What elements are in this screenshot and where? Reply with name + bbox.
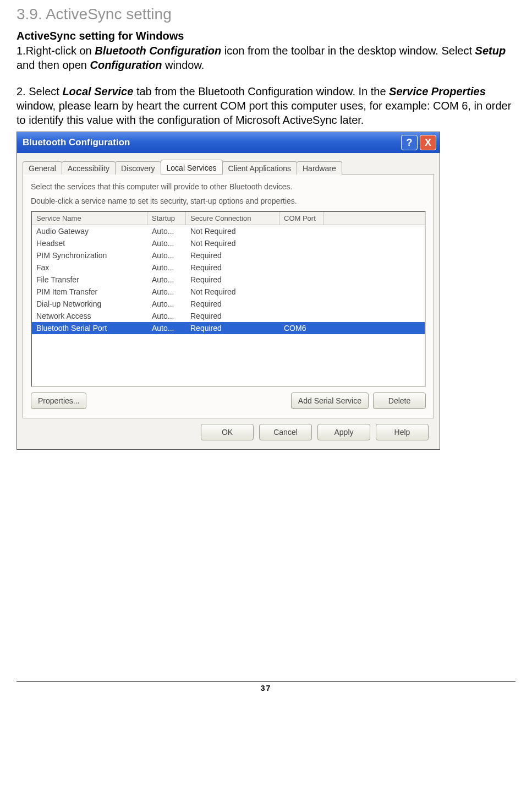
cell-name: PIM Synchronization <box>32 250 147 261</box>
column-secure-connection[interactable]: Secure Connection <box>186 212 279 225</box>
section-heading: 3.9. ActiveSync setting <box>17 6 515 23</box>
tab-panel-local-services: Select the services that this computer w… <box>23 174 434 418</box>
dialog-titlebar: Bluetooth Configuration ? X <box>17 132 440 153</box>
table-row[interactable]: PIM Item TransferAuto...Not Required <box>32 286 425 298</box>
cell-secure: Not Required <box>186 238 279 249</box>
cell-startup: Auto... <box>147 238 186 249</box>
table-row[interactable]: Dial-up NetworkingAuto...Required <box>32 298 425 310</box>
cell-com: COM6 <box>279 323 323 334</box>
step1-prefix: 1.Right-click on <box>17 45 95 57</box>
tab-general[interactable]: General <box>23 161 62 175</box>
cancel-button[interactable]: Cancel <box>259 424 312 440</box>
cell-startup: Auto... <box>147 323 186 334</box>
cell-name: Audio Gateway <box>32 226 147 237</box>
cell-startup: Auto... <box>147 298 186 309</box>
cell-com <box>279 310 323 321</box>
cell-name: Dial-up Networking <box>32 298 147 309</box>
table-row[interactable]: FaxAuto...Required <box>32 261 425 274</box>
cell-com <box>279 298 323 309</box>
ok-button[interactable]: OK <box>201 424 254 440</box>
cell-name: Bluetooth Serial Port <box>32 323 147 334</box>
term-service-properties: Service Properties <box>389 85 486 97</box>
cell-com <box>279 286 323 297</box>
tab-accessibility[interactable]: Accessibility <box>62 161 116 175</box>
cell-com <box>279 250 323 261</box>
services-listview[interactable]: Service Name Startup Secure Connection C… <box>31 211 426 387</box>
help-button[interactable]: Help <box>376 424 429 440</box>
cell-secure: Not Required <box>186 226 279 237</box>
cell-secure: Required <box>186 310 279 321</box>
cell-secure: Not Required <box>186 286 279 297</box>
step-1-text: 1.Right-click on Bluetooth Configuration… <box>17 43 515 72</box>
panel-button-row: Properties... Add Serial Service Delete <box>31 392 426 409</box>
step1-suffix: window. <box>162 59 205 71</box>
cell-secure: Required <box>186 262 279 273</box>
tab-hardware[interactable]: Hardware <box>297 161 342 175</box>
dialog-title: Bluetooth Configuration <box>20 137 401 148</box>
panel-description-2: Double-click a service name to set its s… <box>31 197 426 205</box>
term-setup: Setup <box>475 45 506 57</box>
cell-com <box>279 238 323 249</box>
step1-mid1: icon from the toolbar in the desktop win… <box>221 45 475 57</box>
column-com-port[interactable]: COM Port <box>279 212 323 225</box>
step2-suffix: window, please learn by heart the curren… <box>17 100 511 126</box>
column-startup[interactable]: Startup <box>147 212 186 225</box>
panel-description-1: Select the services that this computer w… <box>31 182 426 191</box>
column-service-name[interactable]: Service Name <box>32 212 147 225</box>
cell-startup: Auto... <box>147 226 186 237</box>
step-2-text: 2. Select Local Service tab from the Blu… <box>17 84 515 127</box>
step1-mid2: and then open <box>17 59 90 71</box>
subheading: ActiveSync setting for Windows <box>17 30 515 42</box>
table-row[interactable]: File TransferAuto...Required <box>32 274 425 286</box>
cell-startup: Auto... <box>147 310 186 321</box>
term-local-service: Local Service <box>62 85 133 97</box>
delete-button[interactable]: Delete <box>373 392 426 409</box>
listview-header: Service Name Startup Secure Connection C… <box>32 212 425 225</box>
cell-com <box>279 274 323 285</box>
tabstrip: General Accessibility Discovery Local Se… <box>23 159 434 174</box>
cell-name: Fax <box>32 262 147 273</box>
cell-secure: Required <box>186 323 279 334</box>
cell-name: PIM Item Transfer <box>32 286 147 297</box>
cell-com <box>279 226 323 237</box>
table-row[interactable]: Audio GatewayAuto...Not Required <box>32 225 425 237</box>
step2-mid1: tab from the Bluetooth Configuration win… <box>133 85 389 97</box>
cell-name: Network Access <box>32 310 147 321</box>
table-row[interactable]: HeadsetAuto...Not Required <box>32 237 425 249</box>
table-row[interactable]: Bluetooth Serial PortAuto...RequiredCOM6 <box>32 322 425 334</box>
dialog-body: General Accessibility Discovery Local Se… <box>17 153 440 449</box>
bluetooth-configuration-dialog: Bluetooth Configuration ? X General Acce… <box>17 132 440 450</box>
cell-secure: Required <box>186 298 279 309</box>
term-configuration: Configuration <box>90 59 162 71</box>
cell-secure: Required <box>186 250 279 261</box>
close-icon[interactable]: X <box>420 135 436 150</box>
cell-com <box>279 262 323 273</box>
cell-startup: Auto... <box>147 250 186 261</box>
cell-name: File Transfer <box>32 274 147 285</box>
table-row[interactable]: Network AccessAuto...Required <box>32 310 425 322</box>
dialog-footer: OK Cancel Apply Help <box>23 418 434 443</box>
cell-secure: Required <box>186 274 279 285</box>
properties-button[interactable]: Properties... <box>31 392 86 409</box>
tab-discovery[interactable]: Discovery <box>115 161 161 175</box>
step2-prefix: 2. Select <box>17 85 62 97</box>
add-serial-service-button[interactable]: Add Serial Service <box>291 392 369 409</box>
cell-name: Headset <box>32 238 147 249</box>
cell-startup: Auto... <box>147 274 186 285</box>
apply-button[interactable]: Apply <box>317 424 370 440</box>
tab-client-applications[interactable]: Client Applications <box>222 161 297 175</box>
help-icon[interactable]: ? <box>401 135 418 150</box>
page-number: 37 <box>17 681 515 693</box>
tab-local-services[interactable]: Local Services <box>161 160 223 174</box>
term-bluetooth-configuration: Bluetooth Configuration <box>95 45 221 57</box>
table-row[interactable]: PIM SynchronizationAuto...Required <box>32 249 425 261</box>
cell-startup: Auto... <box>147 262 186 273</box>
cell-startup: Auto... <box>147 286 186 297</box>
